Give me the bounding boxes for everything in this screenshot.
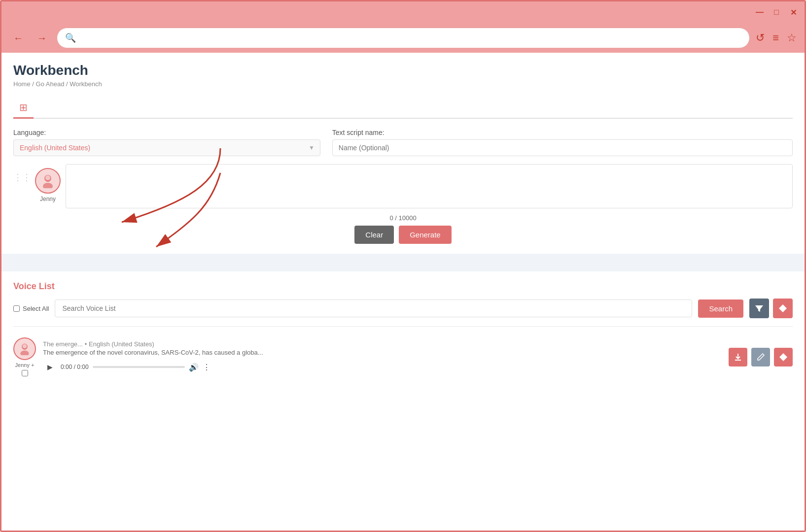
filter-button[interactable] <box>749 299 769 318</box>
text-input[interactable] <box>66 164 793 208</box>
page-title: Workbench <box>13 63 793 78</box>
url-input[interactable] <box>80 34 741 42</box>
forward-button[interactable]: → <box>33 29 51 47</box>
voice-list-item: Jenny + The emerge... • English (United … <box>13 333 793 380</box>
toolbar-right: ↺ ≡ ☆ <box>756 32 797 44</box>
list-divider <box>13 326 793 327</box>
tab-bar: ⊞ <box>13 98 793 119</box>
edit-button[interactable] <box>751 348 770 366</box>
language-group: Language: English (United States) <box>13 129 320 156</box>
play-button[interactable]: ▶ <box>43 360 57 374</box>
progress-bar[interactable] <box>93 366 185 368</box>
voice-picker: ⋮⋮ Jenny <box>13 164 61 202</box>
maximize-button[interactable]: □ <box>771 7 782 18</box>
search-button[interactable]: Search <box>698 299 743 318</box>
script-name-input[interactable] <box>332 139 793 156</box>
generate-button[interactable]: Generate <box>399 226 452 244</box>
select-all-checkbox[interactable] <box>13 305 20 312</box>
breadcrumb-go-ahead[interactable]: Go Ahead <box>36 80 65 88</box>
language-select[interactable]: English (United States) <box>13 139 320 156</box>
bookmark-button[interactable]: ☆ <box>787 32 797 44</box>
delete-button[interactable] <box>774 348 793 366</box>
language-label: Language: <box>13 129 320 136</box>
text-area-wrapper <box>66 164 793 210</box>
script-name-group: Text script name: <box>332 129 793 156</box>
action-buttons: Clear Generate <box>13 226 793 244</box>
jenny-name: Jenny <box>40 196 56 202</box>
voice-item-actions <box>729 348 793 366</box>
jenny-list-avatar: Jenny + <box>13 337 36 376</box>
breadcrumb-home[interactable]: Home <box>13 80 31 88</box>
breadcrumb-current: Workbench <box>70 80 102 88</box>
jenny-plus-name: Jenny + <box>15 362 35 368</box>
section-divider <box>1 254 805 271</box>
voice-item-language: • English (United States) <box>85 340 154 348</box>
voice-item-title: The emerge... • English (United States) <box>43 340 722 348</box>
search-input-wrapper <box>55 299 692 317</box>
voice-list-section: Voice List Select All Search <box>13 281 793 380</box>
select-all-label[interactable]: Select All <box>13 305 49 312</box>
time-display: 0:00 / 0:00 <box>61 364 89 370</box>
clear-button[interactable]: Clear <box>354 226 394 244</box>
grid-tab[interactable]: ⊞ <box>13 98 34 119</box>
filter-icons <box>749 299 793 318</box>
main-content: Workbench Home / Go Ahead / Workbench ⊞ … <box>1 53 805 531</box>
back-button[interactable]: ← <box>9 29 27 47</box>
jenny-avatar-circle <box>35 168 61 194</box>
jenny-avatar[interactable]: Jenny <box>35 168 61 202</box>
close-button[interactable]: ✕ <box>788 7 799 18</box>
language-select-wrapper: English (United States) <box>13 139 320 156</box>
audio-player: ▶ 0:00 / 0:00 🔊 ⋮ <box>43 360 210 374</box>
browser-toolbar: ← → 🔍 ↺ ≡ ☆ <box>1 23 805 53</box>
svg-point-2 <box>45 175 50 180</box>
breadcrumb: Home / Go Ahead / Workbench <box>13 80 793 88</box>
reload-button[interactable]: ↺ <box>756 32 765 44</box>
drag-handle[interactable]: ⋮⋮ <box>13 168 31 183</box>
voice-item-info: The emerge... • English (United States) … <box>43 340 722 374</box>
more-options-icon[interactable]: ⋮ <box>203 363 210 372</box>
form-section: Language: English (United States) Text s… <box>13 129 793 156</box>
svg-point-1 <box>43 183 53 188</box>
volume-icon[interactable]: 🔊 <box>189 363 199 372</box>
window-frame: — □ ✕ ← → 🔍 ↺ ≡ ☆ Workbench Home / Go Ah… <box>0 0 806 532</box>
download-button[interactable] <box>729 348 747 366</box>
script-name-label: Text script name: <box>332 129 793 136</box>
delete-filter-button[interactable] <box>773 299 793 318</box>
voice-search-input[interactable] <box>55 299 692 317</box>
voice-item-description: The emergence of the novel coronavirus, … <box>43 349 722 356</box>
search-icon: 🔍 <box>65 33 76 43</box>
voice-text-row: ⋮⋮ Jenny <box>13 164 793 210</box>
address-bar[interactable]: 🔍 <box>57 28 750 48</box>
voice-list-title: Voice List <box>13 281 793 292</box>
svg-point-6 <box>20 350 29 355</box>
search-row: Select All Search <box>13 299 793 318</box>
title-bar: — □ ✕ <box>1 1 805 23</box>
workbench-area: Language: English (United States) Text s… <box>13 129 793 244</box>
menu-button[interactable]: ≡ <box>772 32 779 44</box>
counter-display: 0 / 10000 <box>13 214 793 222</box>
jenny-list-avatar-circle <box>13 337 36 360</box>
voice-item-checkbox[interactable] <box>22 370 28 376</box>
minimize-button[interactable]: — <box>754 7 765 18</box>
svg-point-7 <box>23 344 27 348</box>
